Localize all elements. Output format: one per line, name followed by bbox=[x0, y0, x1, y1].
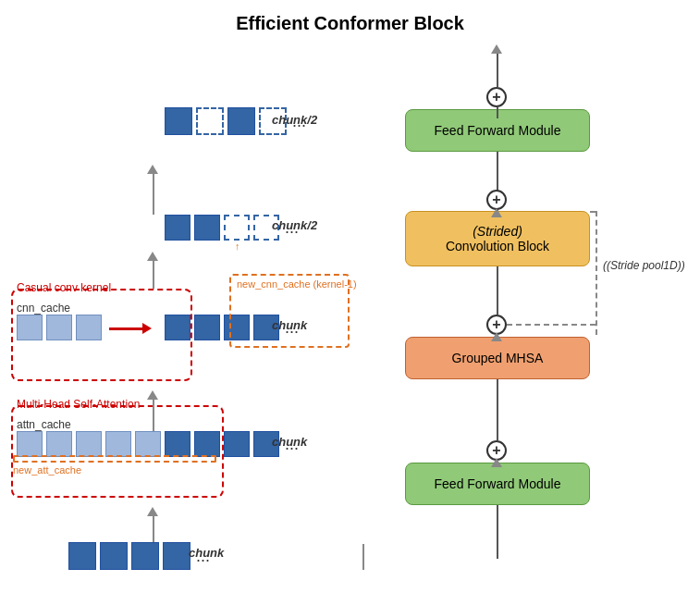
arrow-top-in bbox=[491, 44, 502, 54]
plus-circle-top: + bbox=[486, 87, 507, 107]
chunk-label-bottom: chunk bbox=[189, 546, 224, 560]
cnn-cache-label: cnn_cache bbox=[17, 302, 70, 315]
arrow-plus-mhsa bbox=[491, 332, 502, 341]
chunk-label-mid: chunk/2 bbox=[272, 218, 317, 232]
diagram: Efficient Conformer Block Feed Forward M… bbox=[0, 0, 700, 593]
mhsa-module: Grouped MHSA bbox=[405, 337, 590, 379]
stride-dashed-line bbox=[596, 211, 597, 335]
attn-cache-label: attn_cache bbox=[17, 418, 71, 431]
new-att-cache-label: new_att_cache bbox=[13, 464, 81, 476]
chunk-label-top: chunk/2 bbox=[272, 113, 317, 127]
stride-h-top bbox=[590, 211, 596, 213]
ffm-bottom-module: Feed Forward Module bbox=[405, 463, 590, 505]
vline-bottom-up bbox=[153, 514, 154, 542]
new-att-cache-line bbox=[13, 455, 216, 463]
arrow-plus-conv bbox=[491, 208, 502, 217]
page-title: Efficient Conformer Block bbox=[0, 13, 700, 34]
vline-attn-up bbox=[153, 398, 154, 431]
chunk-label-attn: chunk bbox=[272, 435, 307, 449]
arrow-cnn-up bbox=[147, 252, 158, 261]
vline-conv-out bbox=[497, 266, 498, 315]
arrow-mid-up bbox=[147, 165, 158, 174]
vline-top-in bbox=[497, 52, 498, 87]
cnn-label: Casual conv kernel bbox=[17, 281, 111, 294]
cnn-cache-squares bbox=[17, 315, 102, 340]
arrow-ffm-bottom-in bbox=[491, 458, 502, 467]
arrow-attn-up bbox=[147, 390, 158, 400]
new-cnn-cache-rect bbox=[229, 274, 350, 348]
vline-mid-up bbox=[153, 172, 154, 215]
red-arrow-head bbox=[142, 323, 152, 334]
vline-connect-right-bottom bbox=[362, 544, 364, 570]
vline-ffm-bottom-in bbox=[497, 505, 498, 559]
red-arrow-line bbox=[109, 327, 146, 330]
stride-pool-label: ((Stride pool1D)) bbox=[603, 259, 685, 272]
attn-cache-squares bbox=[17, 431, 161, 457]
stride-h-line bbox=[507, 324, 596, 326]
mhsa-label: Multi-Head Self-Attention bbox=[17, 398, 140, 411]
vline-cnn-up bbox=[153, 259, 154, 289]
plus-circle-conv: + bbox=[486, 190, 507, 210]
vline-ffm-top-out bbox=[497, 107, 498, 118]
arrow-bottom-up bbox=[147, 507, 158, 516]
conv-block-module: (Strided) Convolution Block bbox=[405, 211, 590, 266]
vline-mhsa-out bbox=[497, 379, 498, 440]
new-cnn-cache-arrow-label: ↑ bbox=[235, 241, 240, 252]
